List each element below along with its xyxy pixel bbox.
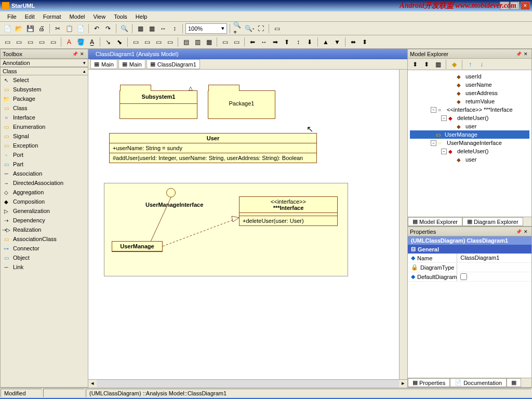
tree-umi[interactable]: −○UserManageInterface — [410, 139, 529, 147]
show2[interactable]: ▭ — [231, 37, 242, 47]
undo-button[interactable]: ↶ — [91, 23, 102, 34]
close-button[interactable]: ✕ — [521, 2, 530, 10]
redo-button[interactable]: ↷ — [103, 23, 113, 34]
grid2-button[interactable]: ▦ — [147, 23, 157, 34]
tree-useraddress[interactable]: ◆userAddress — [410, 89, 529, 97]
tool-class[interactable]: ▭Class — [1, 103, 88, 113]
stereo3[interactable]: ▭ — [153, 37, 164, 47]
dist-v[interactable]: ⬍ — [360, 37, 370, 47]
cut-button[interactable]: ✂ — [52, 23, 63, 34]
arr-bottom[interactable]: ⬇ — [304, 37, 315, 47]
new-button[interactable]: 📄 — [2, 23, 12, 34]
grid3-button[interactable]: ↔ — [158, 23, 168, 34]
uml-usermanage[interactable]: UserManage — [112, 241, 163, 252]
canvas-scrollbar-v[interactable] — [399, 70, 407, 379]
exp-btn4[interactable]: ◆ — [449, 59, 459, 70]
prop-diagramtype[interactable]: 🔒DiagramType — [408, 263, 531, 272]
find-button[interactable]: 🔍 — [119, 23, 129, 34]
tool-signal[interactable]: ▭Signal — [1, 131, 88, 141]
exp-up[interactable]: ↑ — [465, 59, 475, 70]
uml-star-interface[interactable]: <<interface>>***Interface +deleteUser(us… — [239, 196, 338, 226]
scroll-right[interactable]: ▸ — [399, 380, 407, 388]
tool-directedassociation[interactable]: →DirectedAssociation — [1, 178, 88, 188]
tree-username[interactable]: ◆userName — [410, 81, 529, 89]
btab-extra[interactable]: ▦ — [507, 378, 521, 387]
menu-file[interactable]: File — [3, 12, 21, 21]
tree-user1[interactable]: ◆user — [410, 122, 529, 130]
fmt2[interactable]: ▭ — [14, 37, 24, 47]
dist-h[interactable]: ⬌ — [348, 37, 358, 47]
tool-package[interactable]: 📁Package — [1, 94, 88, 103]
line2[interactable]: ⬊ — [114, 37, 125, 47]
tree-userid[interactable]: ◆userId — [410, 72, 529, 81]
tree-iface[interactable]: −○<<interface>> ***Interface — [410, 105, 529, 114]
tool-association[interactable]: ─Association — [1, 169, 88, 178]
back[interactable]: ▼ — [332, 37, 342, 47]
pin-icon[interactable]: 📌 — [515, 50, 522, 58]
front[interactable]: ▲ — [321, 37, 331, 47]
model-tree[interactable]: ◆userId ◆userName ◆userAddress ◆returnVa… — [408, 70, 531, 217]
grid4-button[interactable]: ↕ — [169, 23, 180, 34]
subtab-main1[interactable]: ▦Main — [90, 59, 117, 69]
arr-hcenter[interactable]: ↔ — [259, 37, 269, 47]
menu-edit[interactable]: Edit — [21, 12, 39, 21]
zoom-out-button[interactable]: 🔍- — [244, 23, 255, 34]
fmt5[interactable]: ▭ — [48, 37, 58, 47]
tool-composition[interactable]: ◆Composition — [1, 197, 88, 206]
btab-diagram-explorer[interactable]: ▦Diagram Explorer — [462, 217, 523, 226]
btab-documentation[interactable]: 📄Documentation — [450, 378, 507, 387]
tool-aggregation[interactable]: ◇Aggregation — [1, 188, 88, 197]
close-icon[interactable]: ✕ — [522, 50, 529, 58]
tree-user2[interactable]: ◆user — [410, 155, 529, 164]
arr-left[interactable]: ⬅ — [247, 37, 258, 47]
tool-select[interactable]: ↖Select — [1, 75, 88, 85]
diagram-tab[interactable]: ClassDiagram1 (Analysis Model) — [91, 50, 183, 58]
stereo2[interactable]: ▭ — [142, 37, 152, 47]
open-button[interactable]: 📂 — [14, 23, 24, 34]
save-button[interactable]: 💾 — [25, 23, 35, 34]
fmt3[interactable]: ▭ — [25, 37, 35, 47]
tool-object[interactable]: ▭Object — [1, 253, 88, 262]
zoom-combo[interactable]: 100%▾ — [185, 23, 227, 34]
tool-enumeration[interactable]: ▭Enumeration — [1, 122, 88, 131]
font-button[interactable]: A̲ — [87, 37, 97, 47]
tool-associationclass[interactable]: ▭AssociationClass — [1, 234, 88, 244]
menu-format[interactable]: Format — [39, 12, 65, 21]
font-color[interactable]: A — [64, 37, 74, 47]
tool-dependency[interactable]: ⇢Dependency — [1, 216, 88, 225]
tool-generalization[interactable]: ▷Generalization — [1, 206, 88, 216]
btab-model-explorer[interactable]: ▦Model Explorer — [408, 217, 462, 226]
tool-exception[interactable]: ▭Exception — [1, 141, 88, 150]
tree-deleteuser[interactable]: −◆deleteUser() — [410, 114, 529, 122]
grid-button[interactable]: ▦ — [135, 23, 145, 34]
zoom-fit-button[interactable]: ⛶ — [256, 23, 266, 34]
prop-defaultdiagram[interactable]: ◆DefaultDiagram — [408, 272, 531, 282]
tool-link[interactable]: ─Link — [1, 262, 88, 272]
tool-connector[interactable]: ⊶Connector — [1, 244, 88, 253]
arr-vcenter[interactable]: ↕ — [293, 37, 303, 47]
copy-button[interactable]: 📋 — [64, 23, 74, 34]
menu-tools[interactable]: Tools — [110, 12, 131, 21]
pin-icon[interactable]: 📌 — [71, 50, 78, 58]
line1[interactable]: ↘ — [103, 37, 113, 47]
btab-properties[interactable]: ▦Properties — [408, 378, 450, 387]
close-icon[interactable]: ✕ — [78, 50, 86, 58]
menu-help[interactable]: Help — [131, 12, 152, 21]
tool-port[interactable]: ▫Port — [1, 150, 88, 159]
zoom-in-button[interactable]: 🔍+ — [233, 23, 243, 34]
diagram-canvas[interactable]: ↖ △ Subsystem1 Package1 User +userName: … — [88, 70, 399, 379]
section-annotation[interactable]: Annotation▾ — [1, 59, 88, 67]
exp-btn1[interactable]: ⬍ — [410, 59, 420, 70]
arr-right[interactable]: ➡ — [270, 37, 281, 47]
menu-view[interactable]: View — [89, 12, 110, 21]
arr-top[interactable]: ⬆ — [282, 37, 292, 47]
tool-interface[interactable]: ○Interface — [1, 113, 88, 122]
tool-subsystem[interactable]: ▭Subsystem — [1, 85, 88, 94]
show1[interactable]: ▭ — [220, 37, 230, 47]
fill-color[interactable]: 🪣 — [75, 37, 86, 47]
tool-part[interactable]: ▭Part — [1, 159, 88, 169]
stereo1[interactable]: ▭ — [130, 37, 141, 47]
uml-user-class[interactable]: User +userName: String = sundy #addUser(… — [109, 133, 317, 163]
align1[interactable]: ▤ — [181, 37, 191, 47]
close-icon[interactable]: ✕ — [522, 228, 529, 235]
